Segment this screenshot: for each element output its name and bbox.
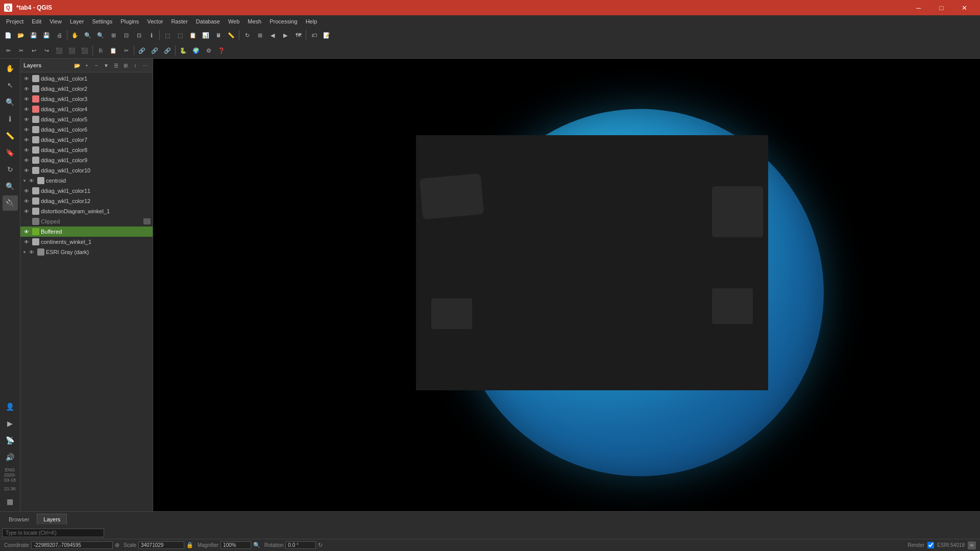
- layer-item[interactable]: 👁 ddiag_wkl1_color10: [20, 165, 153, 176]
- layers-add-btn[interactable]: +: [82, 61, 91, 70]
- tb-next[interactable]: ▶: [279, 29, 291, 41]
- tb-select[interactable]: ⬚: [161, 29, 174, 41]
- tb-digitize2[interactable]: ⬛: [66, 44, 78, 57]
- tb-zoom-layer[interactable]: ⊡: [120, 29, 132, 41]
- tb-extent[interactable]: ⊞: [254, 29, 266, 41]
- layer-group-item-esri[interactable]: ▼ 👁 ESRI Gray (dark): [20, 247, 153, 257]
- tool-taskbar[interactable]: ▦: [3, 494, 18, 509]
- layers-filter-btn[interactable]: ▼: [102, 61, 111, 70]
- tb-snap3[interactable]: 🔗: [161, 44, 174, 57]
- search-input[interactable]: [2, 529, 104, 537]
- tool-pan[interactable]: ✋: [3, 61, 18, 76]
- layer-visibility-toggle[interactable]: 👁: [22, 115, 31, 123]
- layer-item[interactable]: 👁 ddiag_wkl1_color12: [20, 196, 153, 206]
- magnifier-input[interactable]: [220, 541, 251, 549]
- tb-new[interactable]: 📄: [2, 29, 14, 41]
- layer-item[interactable]: 👁 ddiag_wkl1_color8: [20, 145, 153, 155]
- menu-project[interactable]: Project: [2, 15, 28, 28]
- layer-item[interactable]: 👁 distortionDiagram_winkel_1: [20, 206, 153, 216]
- tb-statistics[interactable]: 📊: [200, 29, 212, 41]
- menu-edit[interactable]: Edit: [28, 15, 45, 28]
- layer-item[interactable]: 👁 ddiag_wkl1_color7: [20, 135, 153, 145]
- tb-prev[interactable]: ◀: [266, 29, 279, 41]
- layer-visibility-toggle[interactable]: 👁: [22, 105, 31, 113]
- layer-visibility-toggle[interactable]: 👁: [22, 85, 31, 93]
- menu-mesh[interactable]: Mesh: [243, 15, 265, 28]
- layer-visibility-toggle[interactable]: ○: [22, 217, 31, 226]
- tb-label[interactable]: 🏷: [308, 29, 320, 41]
- tab-layers[interactable]: Layers: [37, 514, 67, 524]
- coordinate-input[interactable]: [31, 541, 113, 549]
- tool-search[interactable]: 🔍: [3, 179, 18, 194]
- scale-lock-icon[interactable]: 🔒: [186, 542, 193, 548]
- menu-help[interactable]: Help: [302, 15, 322, 28]
- tb-copy[interactable]: ⎘: [94, 44, 107, 57]
- tb-paste[interactable]: 📋: [107, 44, 119, 57]
- layer-visibility-toggle[interactable]: 👁: [22, 197, 31, 205]
- messages-icon[interactable]: ✉: [968, 541, 976, 549]
- layer-item[interactable]: 👁 ddiag_wkl1_color2: [20, 84, 153, 94]
- tb-edit2[interactable]: ✂: [15, 44, 27, 57]
- layer-visibility-toggle[interactable]: 👁: [22, 228, 31, 236]
- tb-edit1[interactable]: ✏: [2, 44, 14, 57]
- tb-print[interactable]: 🖨: [53, 29, 65, 41]
- layer-visibility-toggle[interactable]: 👁: [22, 156, 31, 164]
- menu-database[interactable]: Database: [192, 15, 224, 28]
- tb-zoom-in[interactable]: 🔍: [82, 29, 94, 41]
- tool-identify[interactable]: ℹ: [3, 111, 18, 127]
- close-button[interactable]: ✕: [953, 0, 976, 15]
- layer-visibility-toggle[interactable]: 👁: [22, 95, 31, 103]
- tool-bottom-1[interactable]: 👤: [3, 399, 18, 414]
- tb-edit4[interactable]: ↪: [40, 44, 53, 57]
- tool-measure[interactable]: 📏: [3, 128, 18, 143]
- layers-open-btn[interactable]: 📂: [72, 61, 82, 70]
- tb-open[interactable]: 📂: [15, 29, 27, 41]
- tool-refresh[interactable]: ↻: [3, 162, 18, 177]
- tb-snap1[interactable]: 🔗: [136, 44, 148, 57]
- layer-visibility-toggle[interactable]: 👁: [22, 74, 31, 83]
- tb-plugin2[interactable]: ❓: [215, 44, 228, 57]
- layers-options-btn[interactable]: ⋯: [140, 61, 150, 70]
- rotation-input[interactable]: [285, 541, 316, 549]
- layer-item[interactable]: 👁 continents_winkel_1: [20, 237, 153, 247]
- menu-layer[interactable]: Layer: [66, 15, 88, 28]
- tb-zoom-full[interactable]: ⊞: [107, 29, 119, 41]
- layer-item[interactable]: 👁 ddiag_wkl1_color4: [20, 104, 153, 114]
- tool-sound[interactable]: 🔊: [3, 449, 18, 465]
- layers-remove-btn[interactable]: −: [92, 61, 101, 70]
- layer-visibility-toggle[interactable]: 👁: [22, 136, 31, 144]
- scale-input[interactable]: [138, 541, 184, 549]
- menu-vector[interactable]: Vector: [143, 15, 167, 28]
- tool-bottom-2[interactable]: ▶: [3, 416, 18, 431]
- tb-zoom-out[interactable]: 🔍: [94, 29, 107, 41]
- crs-label[interactable]: ESRI:54018: [937, 542, 965, 548]
- tool-pointer[interactable]: ↖: [3, 78, 18, 93]
- tb-annotation[interactable]: 📝: [321, 29, 333, 41]
- layer-visibility-toggle[interactable]: 👁: [22, 238, 31, 246]
- tb-digitize3[interactable]: ⬛: [79, 44, 91, 57]
- menu-view[interactable]: View: [45, 15, 66, 28]
- tb-deselect[interactable]: ⬚: [174, 29, 186, 41]
- tb-refresh[interactable]: ↻: [241, 29, 253, 41]
- menu-processing[interactable]: Processing: [265, 15, 301, 28]
- tb-save[interactable]: 💾: [28, 29, 40, 41]
- tb-snap2[interactable]: 🔗: [149, 44, 161, 57]
- menu-settings[interactable]: Settings: [88, 15, 116, 28]
- layers-sort-btn[interactable]: ↕: [131, 61, 140, 70]
- tool-bookmarks[interactable]: 🔖: [3, 145, 18, 160]
- tb-cut[interactable]: ✂: [120, 44, 132, 57]
- layer-item-buffered[interactable]: 👁 Buffered: [20, 227, 153, 237]
- layer-visibility-toggle[interactable]: 👁: [22, 166, 31, 174]
- tab-browser[interactable]: Browser: [2, 514, 36, 524]
- map-canvas[interactable]: [153, 59, 980, 511]
- tb-python[interactable]: 🐍: [177, 44, 189, 57]
- render-checkbox[interactable]: [927, 542, 934, 548]
- layer-item[interactable]: 👁 ddiag_wkl1_color1: [20, 73, 153, 84]
- layer-item[interactable]: 👁 ddiag_wkl1_color9: [20, 155, 153, 165]
- layers-group-btn[interactable]: ⊞: [121, 61, 130, 70]
- layer-visibility-toggle[interactable]: 👁: [22, 187, 31, 195]
- tb-identify[interactable]: ℹ: [145, 29, 158, 41]
- tb-save-as[interactable]: 💾: [40, 29, 53, 41]
- layer-item[interactable]: 👁 ddiag_wkl1_color6: [20, 124, 153, 135]
- layer-visibility-toggle[interactable]: 👁: [22, 126, 31, 134]
